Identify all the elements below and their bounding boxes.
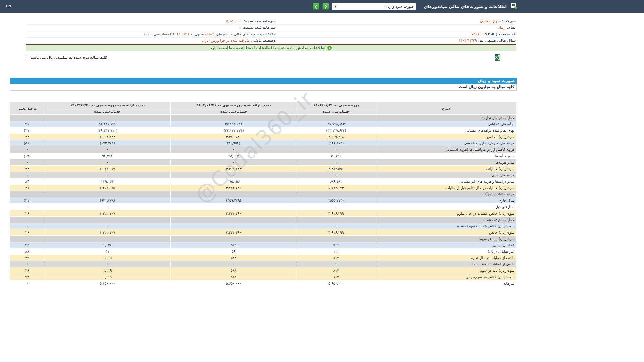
company-info-row: کد صنعت (ISIC): ۷۴۲۱۰۲ [276, 31, 516, 38]
value-current-period: ۰ [297, 159, 376, 166]
units-toolbar: کلیه مبالغ درج شده به میلیون ریال می باش… [26, 55, 516, 61]
section-row: هزینه مالیات بر درآمد: [10, 191, 517, 197]
value-restated-midyear: ۳,۳۲۴,۳۶۰ [171, 210, 297, 217]
statement-row: سایر درآمدها و هزینه های غیرعملیاتی۶۸۹,۴… [10, 178, 517, 185]
company-info-row: نماد: رنیک [276, 25, 516, 31]
value-restated-midyear: ۰ [171, 172, 297, 178]
value-current-period: ۴,۴۸۲,۵۹۱ [297, 166, 376, 172]
statement-row: سال جاری(۵۵۵,۷۷۴)(۴۵۹,۴۲۹)(۹۳۱,۳۷۸)(۲۱) [10, 197, 517, 204]
subheader-audited: حسابرسی شده [171, 108, 297, 115]
language-toggle-link[interactable]: EN [6, 4, 11, 8]
row-label: درآمدهاي عملياتي [376, 121, 517, 127]
row-label: هزینه مالیات بر درآمد: [376, 191, 517, 197]
statement-row: سود(زیان) عملیات در حال تداوم قبل از مال… [10, 185, 517, 191]
value-restated-midyear [171, 236, 297, 242]
value-current-period: ۸۱۷ [297, 255, 376, 261]
row-label: سود(زیان) پایه هر سهم [376, 267, 517, 274]
value-restated-midyear: ۰ [171, 159, 297, 166]
svg-text:X: X [495, 56, 498, 59]
statement-units-note: کلیه مبالغ به میلیون ریال است [10, 84, 517, 90]
row-label: سود(زيان) ناخالص [376, 134, 517, 140]
row-label: بهای تمام شده درآمدهای عملیاتی [376, 127, 517, 134]
value-change-pct: ۰ [10, 223, 44, 229]
column-header-change-pct: درصد تغییر [10, 102, 44, 115]
company-info-value: جنرال مکانیک [480, 19, 501, 23]
value-restated-year: ۷,۰۱۴,۹۱۹ [44, 166, 171, 172]
prev-statement-button[interactable]: ❮ [313, 3, 319, 10]
statement-row: هزینه کاهش ارزش دریافتنی ها (هزینه استثن… [10, 146, 517, 153]
section-row: عملیات در حال تداوم: [10, 115, 517, 121]
value-restated-year: ۷,۲۵۴,۰۸۵ [44, 185, 171, 191]
company-info-value: ۷۴۲۱۰۲ [472, 32, 483, 36]
statement-row: عملیاتي (ریال)۷۰۶۵۲۹۱,۰۷۸۳۳ [10, 242, 517, 248]
value-restated-midyear: ۵۹ [171, 248, 297, 255]
top-header-content: اطلاعات و صورت‌های مالی میاندوره‌ای صورت… [0, 0, 522, 13]
statement-title-bar: صورت سود و زیان [10, 78, 517, 84]
value-change-pct: ۳۷ [10, 185, 44, 191]
statement-type-select[interactable]: صورت سود و زیان ▼ [332, 3, 416, 10]
value-current-period: (۱۴۶,۸۷۹) [297, 140, 376, 146]
value-change-pct: ۳۲ [10, 134, 44, 140]
company-info-label: نماد: [505, 25, 516, 30]
value-current-period: ۴,۶۰۹,۲۱۸ [297, 134, 376, 140]
value-current-period: ۷۰۶ [297, 242, 376, 248]
subheader-audited: حسابرسی شده [44, 108, 171, 115]
value-restated-midyear: (۹۶,۹۵۴) [171, 140, 297, 146]
value-restated-midyear: ۳۷۵,۱۵۶ [171, 178, 297, 185]
statement-row: سال‌های قبل۰۰۰۰ [10, 204, 517, 210]
statement-row: ناشی از عملیات متوقف شده۰۰۰۰ [10, 261, 517, 267]
value-change-pct [10, 191, 44, 197]
value-restated-midyear [171, 217, 297, 223]
excel-export-icon[interactable]: X [495, 54, 500, 62]
value-current-period [297, 236, 376, 242]
next-statement-button[interactable]: ❯ [322, 3, 329, 10]
row-label: سرمایه [376, 280, 517, 287]
value-restated-year: ۱,۱۱۹ [44, 255, 171, 261]
value-restated-midyear: (۴۵۹,۴۲۹) [171, 197, 297, 204]
value-restated-year: ۹۴,۲۶۶ [44, 153, 171, 159]
value-change-pct: (۲۱) [10, 197, 44, 204]
value-restated-year: ۴۱ [44, 248, 171, 255]
value-current-period: ۰ [297, 223, 376, 229]
value-restated-year [44, 217, 171, 223]
company-info-text: ۶ ماهه [205, 32, 215, 36]
value-current-period: ۶۸۹,۴۸۲ [297, 178, 376, 185]
value-change-pct: (۳۷) [10, 127, 44, 134]
value-current-period: ۸۱۷ [297, 274, 376, 280]
value-restated-year: ۰ [44, 223, 171, 229]
row-label: سود(زیان) پایه هر سهم: [376, 236, 517, 242]
value-current-period [297, 115, 376, 121]
row-label: هزینه های فروش، اداری و عمومی [376, 140, 517, 146]
value-current-period [297, 217, 376, 223]
value-change-pct [10, 217, 44, 223]
company-info-left-column: سرمایه ثبت شده: ۵,۶۵۰,۰۰۰سرمایه ثبت نشده… [26, 18, 276, 44]
company-info-text: (حسابرسی شده) [144, 32, 171, 36]
value-restated-year: ۰ [44, 204, 171, 210]
value-change-pct: ۰ [10, 146, 44, 153]
value-restated-year: ۶,۳۲۲,۷۰۷ [44, 229, 171, 236]
value-change-pct: ۸۸ [10, 248, 44, 255]
value-change-pct: ۰ [10, 159, 44, 166]
statement-row: سود (زیان) خالص هر سهم– ریال۸۱۷۵۸۸۱,۱۱۹۳… [10, 274, 517, 280]
row-label: سایر هزینه‌ها [376, 159, 517, 166]
value-current-period: ۰ [297, 261, 376, 267]
statement-row: سرمایه۵,۶۵۰,۰۰۰۵,۶۵۰,۰۰۰۵,۶۵۰,۰۰۰۰ [10, 280, 517, 287]
company-info-row: اطلاعات و صورت‌های مالی میاندوره‌ای ۶ ما… [26, 31, 276, 38]
value-restated-year: ۱,۱۱۹ [44, 267, 171, 274]
company-info-value: رنیک [498, 25, 506, 30]
value-change-pct: ۰ [10, 261, 44, 267]
profit-loss-statement-section: صورت سود و زیان کلیه مبالغ به میلیون ریا… [10, 78, 517, 287]
row-label: سایر درآمدها و هزینه های غیرعملیاتی [376, 178, 517, 185]
value-change-pct: ۳۶ [10, 121, 44, 127]
row-label: سود (زیان) خالص عملیات متوقف شده [376, 223, 517, 229]
value-change-pct: ۳۹ [10, 274, 44, 280]
value-change-pct: ۳۹ [10, 267, 44, 274]
value-change-pct: (۱۹) [10, 153, 44, 159]
value-change-pct: ۸۴ [10, 178, 44, 185]
value-current-period: ۵,۶۵۰,۰۰۰ [297, 280, 376, 287]
value-restated-year: ۰ [44, 172, 171, 178]
section-divider [0, 72, 644, 72]
value-restated-year: ۵,۶۵۰,۰۰۰ [44, 280, 171, 287]
chevron-down-icon: ▼ [334, 5, 336, 8]
statement-row: ناشی از عملیات در حال تداوم۸۱۷۵۸۸۱,۱۱۹۳۹ [10, 255, 517, 261]
